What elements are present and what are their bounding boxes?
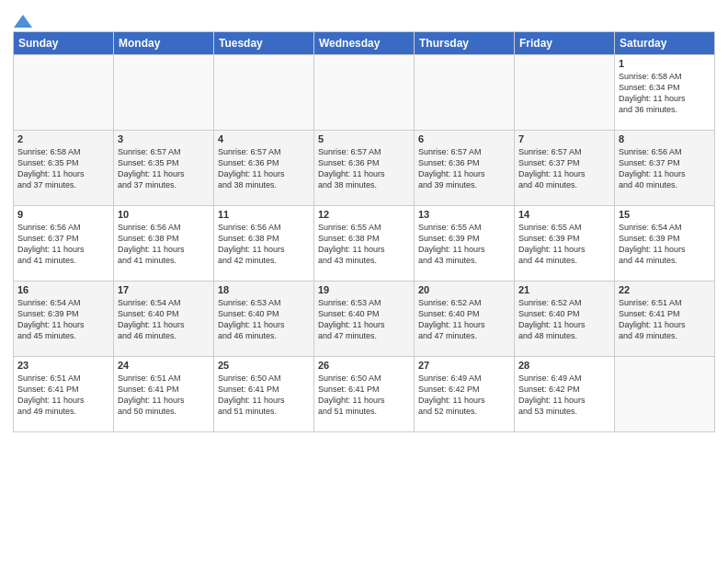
day-cell: 15Sunrise: 6:54 AM Sunset: 6:39 PM Dayli… <box>615 206 715 282</box>
weekday-saturday: Saturday <box>615 32 715 55</box>
day-info: Sunrise: 6:55 AM Sunset: 6:39 PM Dayligh… <box>518 222 610 267</box>
day-cell: 1Sunrise: 6:58 AM Sunset: 6:34 PM Daylig… <box>615 55 715 131</box>
day-number: 3 <box>118 133 210 144</box>
day-cell: 13Sunrise: 6:55 AM Sunset: 6:39 PM Dayli… <box>415 206 515 282</box>
day-number: 20 <box>418 284 510 295</box>
day-number: 15 <box>619 209 711 220</box>
day-number: 28 <box>518 360 610 371</box>
day-info: Sunrise: 6:55 AM Sunset: 6:38 PM Dayligh… <box>318 222 410 267</box>
day-cell: 10Sunrise: 6:56 AM Sunset: 6:38 PM Dayli… <box>114 206 214 282</box>
day-info: Sunrise: 6:56 AM Sunset: 6:38 PM Dayligh… <box>218 222 310 267</box>
day-cell: 23Sunrise: 6:51 AM Sunset: 6:41 PM Dayli… <box>14 357 114 432</box>
day-number: 26 <box>318 360 410 371</box>
day-number: 19 <box>318 284 410 295</box>
day-cell <box>314 55 415 131</box>
day-number: 11 <box>218 209 310 220</box>
day-cell: 19Sunrise: 6:53 AM Sunset: 6:40 PM Dayli… <box>314 282 415 357</box>
day-cell: 24Sunrise: 6:51 AM Sunset: 6:41 PM Dayli… <box>114 357 214 432</box>
day-number: 5 <box>318 133 410 144</box>
day-info: Sunrise: 6:54 AM Sunset: 6:39 PM Dayligh… <box>17 297 109 342</box>
day-info: Sunrise: 6:57 AM Sunset: 6:36 PM Dayligh… <box>418 146 510 191</box>
header <box>13 9 715 26</box>
week-row-0: 1Sunrise: 6:58 AM Sunset: 6:34 PM Daylig… <box>14 55 715 131</box>
day-number: 22 <box>619 284 711 295</box>
day-cell <box>14 55 114 131</box>
day-info: Sunrise: 6:56 AM Sunset: 6:37 PM Dayligh… <box>17 222 109 267</box>
day-number: 27 <box>418 360 510 371</box>
day-cell: 28Sunrise: 6:49 AM Sunset: 6:42 PM Dayli… <box>515 357 615 432</box>
day-number: 12 <box>318 209 410 220</box>
day-info: Sunrise: 6:57 AM Sunset: 6:36 PM Dayligh… <box>218 146 310 191</box>
day-info: Sunrise: 6:54 AM Sunset: 6:40 PM Dayligh… <box>118 297 210 342</box>
day-cell: 21Sunrise: 6:52 AM Sunset: 6:40 PM Dayli… <box>515 282 615 357</box>
week-row-2: 9Sunrise: 6:56 AM Sunset: 6:37 PM Daylig… <box>14 206 715 282</box>
day-info: Sunrise: 6:57 AM Sunset: 6:37 PM Dayligh… <box>518 146 610 191</box>
day-info: Sunrise: 6:50 AM Sunset: 6:41 PM Dayligh… <box>318 373 410 418</box>
day-cell: 17Sunrise: 6:54 AM Sunset: 6:40 PM Dayli… <box>114 282 214 357</box>
day-number: 13 <box>418 209 510 220</box>
day-number: 4 <box>218 133 310 144</box>
day-cell: 6Sunrise: 6:57 AM Sunset: 6:36 PM Daylig… <box>415 131 515 206</box>
day-info: Sunrise: 6:51 AM Sunset: 6:41 PM Dayligh… <box>619 297 711 342</box>
day-cell: 14Sunrise: 6:55 AM Sunset: 6:39 PM Dayli… <box>515 206 615 282</box>
day-info: Sunrise: 6:55 AM Sunset: 6:39 PM Dayligh… <box>418 222 510 267</box>
weekday-sunday: Sunday <box>14 32 114 55</box>
svg-marker-0 <box>14 15 32 28</box>
day-number: 14 <box>518 209 610 220</box>
day-cell: 2Sunrise: 6:58 AM Sunset: 6:35 PM Daylig… <box>14 131 114 206</box>
day-cell: 4Sunrise: 6:57 AM Sunset: 6:36 PM Daylig… <box>214 131 314 206</box>
weekday-wednesday: Wednesday <box>314 32 415 55</box>
day-number: 9 <box>17 209 109 220</box>
day-cell: 9Sunrise: 6:56 AM Sunset: 6:37 PM Daylig… <box>14 206 114 282</box>
day-cell: 20Sunrise: 6:52 AM Sunset: 6:40 PM Dayli… <box>415 282 515 357</box>
day-number: 6 <box>418 133 510 144</box>
day-info: Sunrise: 6:57 AM Sunset: 6:35 PM Dayligh… <box>118 146 210 191</box>
day-info: Sunrise: 6:58 AM Sunset: 6:34 PM Dayligh… <box>619 71 711 116</box>
day-cell <box>415 55 515 131</box>
day-number: 1 <box>619 58 711 69</box>
week-row-4: 23Sunrise: 6:51 AM Sunset: 6:41 PM Dayli… <box>14 357 715 432</box>
day-number: 18 <box>218 284 310 295</box>
week-row-3: 16Sunrise: 6:54 AM Sunset: 6:39 PM Dayli… <box>14 282 715 357</box>
day-number: 16 <box>17 284 109 295</box>
week-row-1: 2Sunrise: 6:58 AM Sunset: 6:35 PM Daylig… <box>14 131 715 206</box>
logo <box>13 13 33 26</box>
day-number: 24 <box>118 360 210 371</box>
day-info: Sunrise: 6:49 AM Sunset: 6:42 PM Dayligh… <box>418 373 510 418</box>
day-cell <box>515 55 615 131</box>
day-info: Sunrise: 6:57 AM Sunset: 6:36 PM Dayligh… <box>318 146 410 191</box>
day-cell: 27Sunrise: 6:49 AM Sunset: 6:42 PM Dayli… <box>415 357 515 432</box>
day-cell: 12Sunrise: 6:55 AM Sunset: 6:38 PM Dayli… <box>314 206 415 282</box>
day-info: Sunrise: 6:50 AM Sunset: 6:41 PM Dayligh… <box>218 373 310 418</box>
day-number: 17 <box>118 284 210 295</box>
weekday-friday: Friday <box>515 32 615 55</box>
day-info: Sunrise: 6:52 AM Sunset: 6:40 PM Dayligh… <box>518 297 610 342</box>
day-info: Sunrise: 6:49 AM Sunset: 6:42 PM Dayligh… <box>518 373 610 418</box>
logo-triangle-icon <box>14 13 32 29</box>
day-cell: 16Sunrise: 6:54 AM Sunset: 6:39 PM Dayli… <box>14 282 114 357</box>
day-number: 8 <box>619 133 711 144</box>
weekday-header-row: Sunday Monday Tuesday Wednesday Thursday… <box>14 32 715 55</box>
day-cell: 3Sunrise: 6:57 AM Sunset: 6:35 PM Daylig… <box>114 131 214 206</box>
day-cell: 18Sunrise: 6:53 AM Sunset: 6:40 PM Dayli… <box>214 282 314 357</box>
day-info: Sunrise: 6:54 AM Sunset: 6:39 PM Dayligh… <box>619 222 711 267</box>
day-cell: 25Sunrise: 6:50 AM Sunset: 6:41 PM Dayli… <box>214 357 314 432</box>
calendar-table: Sunday Monday Tuesday Wednesday Thursday… <box>13 31 715 432</box>
day-info: Sunrise: 6:51 AM Sunset: 6:41 PM Dayligh… <box>118 373 210 418</box>
day-cell: 7Sunrise: 6:57 AM Sunset: 6:37 PM Daylig… <box>515 131 615 206</box>
day-number: 7 <box>518 133 610 144</box>
weekday-tuesday: Tuesday <box>214 32 314 55</box>
day-info: Sunrise: 6:58 AM Sunset: 6:35 PM Dayligh… <box>17 146 109 191</box>
day-cell: 5Sunrise: 6:57 AM Sunset: 6:36 PM Daylig… <box>314 131 415 206</box>
day-info: Sunrise: 6:53 AM Sunset: 6:40 PM Dayligh… <box>318 297 410 342</box>
day-number: 23 <box>17 360 109 371</box>
day-number: 25 <box>218 360 310 371</box>
day-info: Sunrise: 6:51 AM Sunset: 6:41 PM Dayligh… <box>17 373 109 418</box>
day-number: 10 <box>118 209 210 220</box>
day-info: Sunrise: 6:53 AM Sunset: 6:40 PM Dayligh… <box>218 297 310 342</box>
day-cell: 26Sunrise: 6:50 AM Sunset: 6:41 PM Dayli… <box>314 357 415 432</box>
day-cell <box>114 55 214 131</box>
weekday-thursday: Thursday <box>415 32 515 55</box>
day-cell: 8Sunrise: 6:56 AM Sunset: 6:37 PM Daylig… <box>615 131 715 206</box>
day-number: 21 <box>518 284 610 295</box>
